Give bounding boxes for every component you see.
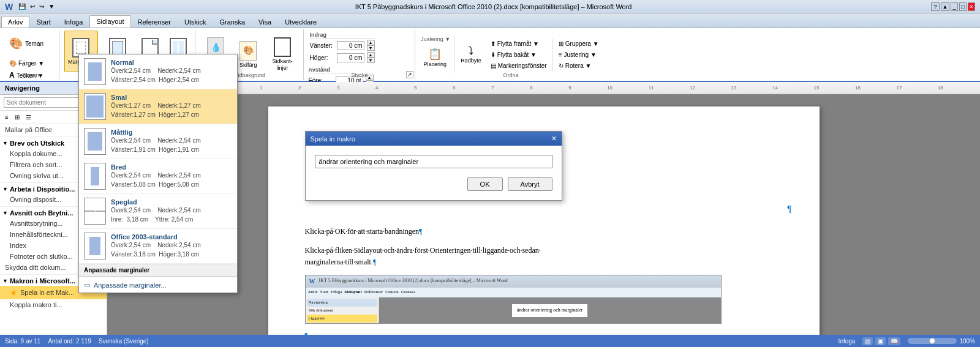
dialog-content: OK Avbryt <box>306 146 562 200</box>
ribbon-group-ordna: Justering ▼ 📋 Placering ⤵ Radbyte ⬆ Flyt… <box>417 29 606 80</box>
redo-quick-btn[interactable]: ↪ <box>38 2 45 10</box>
custom-margins-header: Anpassade marginaler <box>79 264 237 277</box>
tab-utskick[interactable]: Utskick <box>178 16 213 28</box>
nav-view-btn2[interactable]: ⊞ <box>12 112 22 122</box>
ribbon-toggle-icon[interactable]: ▲ <box>941 2 949 11</box>
ruler: ·2·1123456789101112131415161718 <box>107 82 980 94</box>
doc-para2: Klicka·på·fliken·Sidlayout·och·ändra·för… <box>305 245 783 268</box>
radbyte-button[interactable]: ⤵ Radbyte <box>457 34 485 75</box>
tab-arkiv[interactable]: Arkiv <box>1 16 29 28</box>
indrag-vanster-spinner: ▲ ▼ <box>367 40 375 51</box>
rotera-label: Rotera ▼ <box>565 62 592 69</box>
indrag-hoger-down[interactable]: ▼ <box>367 58 375 63</box>
margin-values-speglad: Överk:2,54 cm Nederk:2,54 cm Inre: 3,18 … <box>111 206 232 224</box>
flytta-framat-button[interactable]: ⬆ Flytta framåt ▼ <box>488 39 550 49</box>
markeringsfönster-button[interactable]: ▤ Markeringsfönster <box>488 61 550 71</box>
dialog-close-icon[interactable]: ✕ <box>551 135 557 143</box>
sidkantlinjer-label: Sidkant-linjer <box>273 58 293 72</box>
title-bar: W 💾 ↩ ↪ ▼ IKT 5 Påbyggnadskurs i Microso… <box>0 0 980 13</box>
view-normal-btn[interactable]: ▤ <box>862 337 873 345</box>
maximize-btn[interactable]: □ <box>959 2 967 11</box>
radbyte-icon: ⤵ <box>468 45 473 58</box>
arrow-icon-brev: ▼ <box>2 140 8 146</box>
margin-name-mattlig: Måttlig <box>111 129 232 136</box>
zoom-slider[interactable] <box>908 338 957 344</box>
save-quick-btn[interactable]: 💾 <box>17 2 27 10</box>
nav-view-btn1[interactable]: ≡ <box>2 112 11 122</box>
customize-quick-btn[interactable]: ▼ <box>47 2 56 10</box>
sidkantlinjer-button[interactable]: Sidkant-linjer <box>266 34 300 75</box>
indrag-hoger-up[interactable]: ▲ <box>367 52 375 58</box>
placering-button[interactable]: 📋 Placering <box>420 43 451 73</box>
tab-utvecklare[interactable]: Utvecklare <box>278 16 323 28</box>
tab-start[interactable]: Start <box>29 16 57 28</box>
indrag-vanster-down[interactable]: ▼ <box>367 45 375 51</box>
margin-item-mattlig[interactable]: Måttlig Överk:2,54 cm Nederk:2,54 cm Vän… <box>79 124 237 159</box>
gruppera-button[interactable]: ⊞ Gruppera ▼ <box>556 39 602 49</box>
ribbon-group-teman: 🎨 Teman 🎨 Färger ▼ A Tecken ▼ ✦ Effekter… <box>2 29 59 80</box>
view-read-btn[interactable]: 📖 <box>888 337 900 345</box>
indrag-group: Indrag Vänster: ▲ ▼ Höger: ▲ ▼ <box>309 31 376 65</box>
placering-label: Placering <box>424 61 447 68</box>
margin-item-speglad[interactable]: Speglad Överk:2,54 cm Nederk:2,54 cm Inr… <box>79 194 237 229</box>
doc-embedded-screenshot: W IKT 5 Påbyggnadskurs i Microsoft Offic… <box>305 275 722 324</box>
tab-granska[interactable]: Granska <box>213 16 252 28</box>
close-btn[interactable]: ✕ <box>968 2 975 11</box>
rotera-icon: ↻ <box>559 62 564 69</box>
radbyte-label: Radbyte <box>461 58 481 64</box>
help-icon[interactable]: ? <box>931 2 940 11</box>
dialog-input[interactable] <box>315 155 552 168</box>
dialog-cancel-button[interactable]: Avbryt <box>508 177 552 191</box>
farger-button[interactable]: 🎨 Färger ▼ <box>6 58 48 69</box>
flytta-bakat-button[interactable]: ⬇ Flytta bakåt ▼ <box>488 50 550 60</box>
margin-item-normal[interactable]: Normal Överk:2,54 cm Nederk:2,54 cm Väns… <box>79 54 237 89</box>
dialog-titlebar: Spela in makro ✕ <box>306 132 562 146</box>
undo-quick-btn[interactable]: ↩ <box>29 2 36 10</box>
paragraph-mark-1: ¶ <box>305 204 792 214</box>
margin-values-normal: Överk:2,54 cm Nederk:2,54 cm Vänster:2,5… <box>111 66 232 84</box>
margin-text-normal: Normal Överk:2,54 cm Nederk:2,54 cm Väns… <box>111 59 232 84</box>
dialog-ok-button[interactable]: OK <box>467 177 503 191</box>
rotera-button[interactable]: ↻ Rotera ▼ <box>556 61 602 71</box>
farger-icon: 🎨 <box>9 60 17 67</box>
nav-item-koppla-makro[interactable]: Koppla makro ti... <box>0 299 107 310</box>
margin-preview-mattlig <box>84 128 106 155</box>
zoom-level: 100% <box>959 338 975 345</box>
margin-preview-office2003 <box>84 233 106 259</box>
margin-values-office2003: Överk:2,54 cm Nederk:2,54 cm Vänster:3,1… <box>111 241 232 259</box>
dialog-buttons: OK Avbryt <box>315 177 552 191</box>
margin-item-smal[interactable]: Smal Överk:1,27 cm Nederk:1,27 cm Vänste… <box>79 89 237 124</box>
gruppera-label: Gruppera ▼ <box>565 40 599 47</box>
flytta-bakat-icon: ⬇ <box>491 51 496 58</box>
teman-group-label: Teman <box>2 72 59 78</box>
teman-button[interactable]: 🎨 Teman <box>6 31 55 58</box>
title-bar-left: W 💾 ↩ ↪ ▼ <box>5 2 56 12</box>
flytta-bakat-label: Flytta bakåt ▼ <box>497 51 537 58</box>
indrag-vanster-input[interactable] <box>337 41 364 50</box>
sidfarg-button[interactable]: 🎨 Sidfärg <box>236 34 261 75</box>
margin-item-bred[interactable]: Bred Överk:2,54 cm Nederk:2,54 cm Vänste… <box>79 159 237 194</box>
doc-para1: Klicka·på·OK·för·att·starta·bandningen¶ <box>305 226 783 237</box>
margin-custom-link[interactable]: ▭ Anpassade marginaler... <box>79 277 237 293</box>
justering-icon: ≡ <box>559 51 562 58</box>
margin-preview-normal <box>84 58 106 85</box>
ribbon-group-stycke: Indrag Vänster: ▲ ▼ Höger: ▲ ▼ <box>305 29 415 80</box>
minimize-btn[interactable]: _ <box>951 2 958 11</box>
tab-referenser[interactable]: Referenser <box>131 16 178 28</box>
nav-view-btn3[interactable]: ☰ <box>23 112 34 122</box>
margin-text-speglad: Speglad Överk:2,54 cm Nederk:2,54 cm Inr… <box>111 198 232 224</box>
tab-sidlayout[interactable]: Sidlayout <box>89 15 130 28</box>
margin-text-smal: Smal Överk:1,27 cm Nederk:1,27 cm Vänste… <box>111 94 232 119</box>
justering-button[interactable]: ≡ Justering ▼ <box>556 50 602 60</box>
indrag-vanster-up[interactable]: ▲ <box>367 40 375 45</box>
gruppera-icon: ⊞ <box>559 40 564 47</box>
justering-label: Justering ▼ <box>564 51 597 58</box>
margins-dropdown: Normal Överk:2,54 cm Nederk:2,54 cm Väns… <box>78 54 238 293</box>
view-layout-btn[interactable]: ▣ <box>875 337 886 345</box>
indrag-hoger-input[interactable] <box>337 53 364 62</box>
tab-visa[interactable]: Visa <box>252 16 278 28</box>
tab-infoga[interactable]: Infoga <box>58 16 90 28</box>
margin-item-office2003[interactable]: Office 2003-standard Överk:2,54 cm Neder… <box>79 229 237 264</box>
word-page: Spela in makro ✕ OK Avbryt ¶ <box>268 106 820 347</box>
stycke-dialog-launcher[interactable]: ↗ <box>406 71 413 78</box>
